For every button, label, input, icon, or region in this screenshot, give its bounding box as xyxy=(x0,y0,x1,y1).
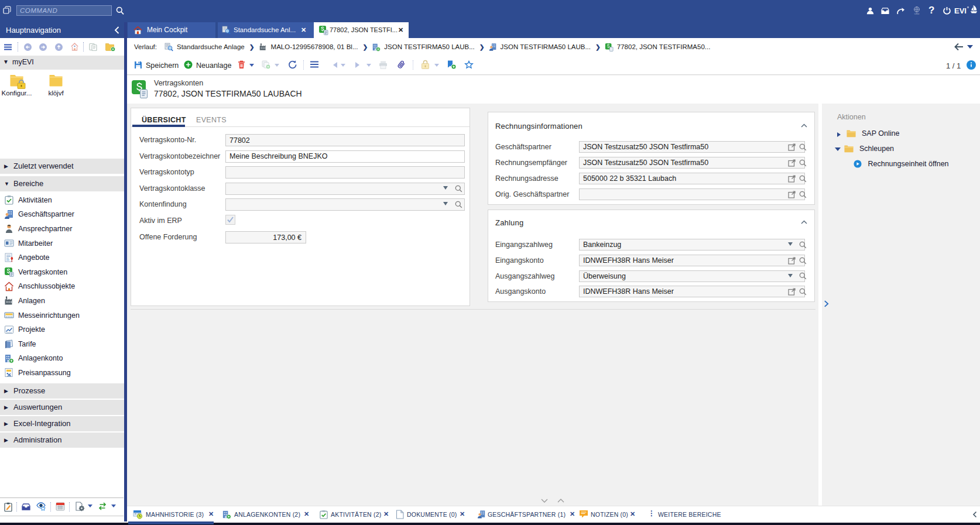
svg-text:CRD: CRD xyxy=(914,12,920,15)
